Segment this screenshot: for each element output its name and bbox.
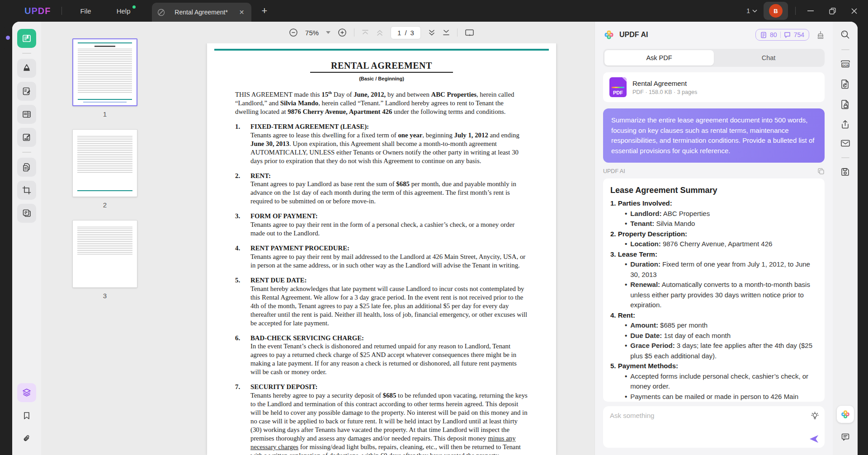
section-heading: SECURITY DEPOSIT: bbox=[250, 383, 528, 391]
pdf-file-icon: PDF bbox=[609, 77, 627, 97]
summary-bullet: •Due Date: 1st day of each month bbox=[610, 331, 817, 341]
titlebar-divider bbox=[61, 7, 62, 15]
summary-bullet: •Payments can be mailed or made in perso… bbox=[610, 392, 817, 402]
tab-ask-pdf[interactable]: Ask PDF bbox=[604, 50, 714, 66]
page-thumbnail-2[interactable] bbox=[72, 129, 137, 197]
quota-badge[interactable]: 80 754 bbox=[755, 29, 809, 41]
menu-file[interactable]: File bbox=[74, 5, 97, 18]
first-page-icon[interactable] bbox=[362, 29, 369, 36]
left-toolbar bbox=[12, 22, 41, 455]
section-number: 1. bbox=[235, 122, 245, 165]
section-body: Tenant hereby acknowledges that late pay… bbox=[250, 285, 528, 328]
reader-mode-icon[interactable] bbox=[17, 29, 36, 48]
page-number-label: 2 bbox=[103, 201, 107, 209]
zoom-level[interactable]: 75% bbox=[305, 29, 319, 37]
tab-close-icon[interactable]: ✕ bbox=[237, 9, 246, 16]
file-card[interactable]: PDF Rental Agreement PDF · 158.0 KB · 3 … bbox=[603, 72, 825, 102]
prompt-ideas-icon[interactable] bbox=[811, 412, 819, 421]
copy-icon[interactable] bbox=[817, 168, 825, 175]
layers-icon[interactable] bbox=[17, 383, 36, 402]
ask-input[interactable] bbox=[610, 412, 804, 419]
edit-text-icon[interactable] bbox=[17, 82, 36, 101]
updf-logo: UPDF bbox=[24, 6, 51, 16]
responder-label: UPDF AI bbox=[603, 168, 817, 174]
zoom-dropdown-icon[interactable] bbox=[326, 31, 330, 34]
minimize-button[interactable] bbox=[803, 4, 818, 18]
page-thumbnail-1[interactable] bbox=[72, 38, 137, 106]
share-icon[interactable] bbox=[840, 120, 850, 129]
titlebar: UPDF File Help Rental Agreement* ✕ + 1 B bbox=[0, 0, 868, 22]
doc-quota: 80 bbox=[770, 31, 777, 38]
fill-sign-icon[interactable] bbox=[17, 128, 36, 147]
organize-pages-icon[interactable] bbox=[17, 105, 36, 124]
summary-bullet: •Renewal: Automatically converts to a mo… bbox=[610, 280, 817, 310]
tab-chat[interactable]: Chat bbox=[714, 50, 823, 66]
ocr-icon[interactable]: OCR bbox=[840, 59, 851, 69]
attachment-icon[interactable] bbox=[17, 429, 36, 448]
highlighter-icon[interactable] bbox=[17, 59, 36, 78]
help-notification-dot bbox=[132, 5, 136, 9]
maximize-button[interactable] bbox=[825, 4, 840, 18]
bookmark-icon[interactable] bbox=[17, 406, 36, 425]
section-body: Tenants agree to pay their rent in the f… bbox=[250, 220, 528, 238]
section-heading: RENT PAYMENT PROCEDURE: bbox=[250, 244, 528, 253]
right-toolbar: OCR bbox=[833, 22, 858, 455]
document-section: 5.RENT DUE DATE:Tenant hereby acknowledg… bbox=[235, 276, 528, 328]
previous-page-icon[interactable] bbox=[376, 29, 383, 36]
updf-ai-panel: UPDF AI 80 754 Ask PDF Chat PDF Rental A bbox=[594, 22, 833, 455]
document-section: 4.RENT PAYMENT PROCEDURE:Tenants agree t… bbox=[235, 244, 528, 270]
summary-bullet: •Accepted forms include personal check, … bbox=[610, 371, 817, 392]
crop-icon[interactable] bbox=[17, 181, 36, 200]
copy-pages-icon[interactable] bbox=[17, 158, 36, 177]
panel-collapse-handle[interactable] bbox=[0, 26, 10, 50]
mail-icon[interactable] bbox=[840, 139, 850, 147]
summary-heading: 4. Rent: bbox=[610, 310, 817, 321]
section-number: 2. bbox=[235, 172, 245, 206]
document-tab[interactable]: Rental Agreement* ✕ bbox=[152, 3, 251, 22]
zoom-in-icon[interactable] bbox=[338, 28, 347, 37]
main-content: 1 2 3 75% bbox=[12, 22, 858, 455]
page-number-label: 1 bbox=[103, 110, 107, 118]
comment-icon[interactable] bbox=[841, 433, 850, 441]
ai-panel-title: UPDF AI bbox=[619, 31, 751, 39]
search-icon[interactable] bbox=[840, 30, 850, 39]
last-page-icon[interactable] bbox=[443, 29, 450, 36]
close-button[interactable] bbox=[846, 4, 862, 18]
account-button[interactable]: B bbox=[764, 2, 788, 20]
section-number: 4. bbox=[235, 244, 245, 270]
chat-quota: 754 bbox=[794, 31, 804, 38]
presentation-icon[interactable] bbox=[465, 28, 474, 37]
summary-heading: 2. Property Description: bbox=[610, 229, 817, 239]
pen-disabled-icon bbox=[157, 9, 165, 16]
section-number: 3. bbox=[235, 212, 245, 238]
send-icon[interactable] bbox=[809, 435, 819, 443]
section-heading: RENT: bbox=[250, 172, 528, 180]
next-page-icon[interactable] bbox=[428, 29, 435, 36]
convert-icon[interactable] bbox=[840, 79, 850, 89]
stamp-icon[interactable] bbox=[17, 204, 36, 223]
ai-response: Lease Agreement Summary 1. Parties Invol… bbox=[603, 178, 825, 402]
page-thumbnail-3[interactable] bbox=[72, 220, 137, 288]
section-number: 5. bbox=[235, 276, 245, 328]
new-tab-icon[interactable]: + bbox=[259, 5, 270, 17]
document-sections: 1.FIXED-TERM AGREEMENT (LEASE):Tenants a… bbox=[235, 122, 528, 455]
save-icon[interactable] bbox=[840, 167, 850, 177]
page-indicator[interactable]: 1/3 bbox=[391, 26, 421, 39]
protect-icon[interactable] bbox=[840, 99, 850, 110]
page-scroller[interactable]: RENTAL AGREEMENT (Basic / Beginning) THI… bbox=[169, 43, 594, 455]
document-intro: THIS AGREEMENT made this 15th Day of Jun… bbox=[235, 90, 528, 116]
ask-input-box[interactable] bbox=[603, 406, 825, 448]
section-number: 7. bbox=[235, 383, 245, 455]
clear-history-icon[interactable] bbox=[816, 31, 825, 39]
zoom-out-icon[interactable] bbox=[289, 28, 298, 37]
document-toolbar: 75% 1/3 bbox=[169, 22, 594, 43]
document-area: 75% 1/3 bbox=[169, 22, 594, 455]
summary-bullet: •Landlord: ABC Properties bbox=[610, 209, 817, 219]
menu-help[interactable]: Help bbox=[110, 5, 137, 18]
updf-ai-fab-icon[interactable] bbox=[837, 406, 854, 423]
section-body: In the event Tenant’s check is dishonore… bbox=[250, 342, 528, 376]
window-count-dropdown[interactable]: 1 bbox=[746, 7, 757, 14]
document-section: 7.SECURITY DEPOSIT:Tenants hereby agree … bbox=[235, 383, 528, 455]
section-body: Tenants agree to pay their rent by mail … bbox=[250, 253, 528, 270]
thumbnail-panel: 1 2 3 bbox=[41, 22, 169, 455]
